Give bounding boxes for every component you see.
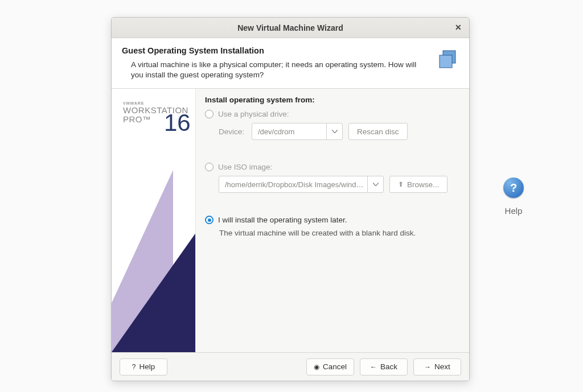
window-title: New Virtual Machine Wizard	[237, 23, 343, 32]
radio-physical-drive[interactable]	[205, 110, 214, 118]
iso-path-select[interactable]: /home/derrik/Dropbox/Disk Images/windows…	[219, 176, 384, 193]
titlebar: New Virtual Machine Wizard ✕	[112, 18, 469, 38]
radio-iso-image-label: Use ISO image:	[218, 163, 272, 171]
help-dock: ? Help	[503, 178, 524, 216]
help-button[interactable]: ? Help	[120, 358, 167, 376]
wizard-content: Install operating system from: Use a phy…	[196, 89, 469, 352]
chevron-down-icon[interactable]	[367, 176, 383, 192]
next-button[interactable]: → Next	[413, 358, 461, 376]
wizard-body: VMWARE WORKSTATION PRO™ 16 Install opera…	[112, 89, 469, 352]
help-dock-label: Help	[505, 206, 523, 216]
sidebar-branding: VMWARE WORKSTATION PRO™ 16	[112, 89, 196, 352]
radio-install-later-label: I will install the operating system late…	[218, 216, 347, 224]
header-subtitle: A virtual machine is like a physical com…	[122, 60, 418, 80]
wizard-footer: ? Help ◉ Cancel ← Back → Next	[112, 352, 469, 381]
install-later-description: The virtual machine will be created with…	[205, 229, 459, 237]
wizard-header: Guest Operating System Installation A vi…	[112, 38, 469, 89]
browse-button[interactable]: ⬆ Browse...	[389, 176, 447, 193]
new-vm-wizard-dialog: New Virtual Machine Wizard ✕ Guest Opera…	[111, 17, 470, 381]
option-physical-drive: Use a physical drive: Device: /dev/cdrom…	[205, 110, 459, 140]
iso-path-value: /home/derrik/Dropbox/Disk Images/windows…	[225, 180, 367, 189]
close-icon[interactable]: ✕	[453, 22, 463, 32]
svg-rect-1	[440, 55, 452, 68]
cancel-icon: ◉	[314, 363, 319, 371]
radio-physical-drive-label: Use a physical drive:	[218, 110, 289, 118]
device-value: /dev/cdrom	[258, 127, 326, 136]
device-label: Device:	[219, 127, 246, 136]
device-select[interactable]: /dev/cdrom	[252, 123, 343, 140]
chevron-down-icon[interactable]	[326, 123, 342, 139]
radio-install-later[interactable]	[205, 216, 214, 224]
section-title: Install operating system from:	[205, 96, 459, 104]
header-title: Guest Operating System Installation	[122, 46, 428, 55]
option-iso-image: Use ISO image: /home/derrik/Dropbox/Disk…	[205, 163, 459, 193]
brand-version: 16	[164, 109, 191, 137]
upload-icon: ⬆	[398, 180, 404, 188]
question-icon: ?	[132, 363, 136, 371]
back-button[interactable]: ← Back	[360, 358, 408, 376]
option-install-later: I will install the operating system late…	[205, 216, 459, 237]
arrow-right-icon: →	[424, 363, 431, 371]
install-media-icon	[436, 48, 459, 71]
arrow-left-icon: ←	[370, 363, 377, 371]
help-dock-icon[interactable]: ?	[503, 178, 524, 198]
sidebar-decoration	[112, 233, 196, 352]
rescan-disc-button[interactable]: Rescan disc	[348, 123, 408, 140]
radio-iso-image[interactable]	[205, 163, 214, 171]
cancel-button[interactable]: ◉ Cancel	[306, 358, 354, 376]
